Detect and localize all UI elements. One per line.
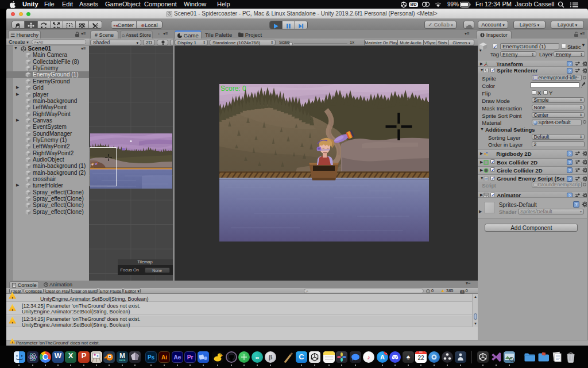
svg-text:c#: c# (485, 177, 488, 181)
svg-text:?: ? (568, 62, 571, 66)
svg-text:?: ? (568, 168, 571, 172)
svg-text:?: ? (568, 193, 571, 197)
svg-text:?: ? (568, 68, 571, 72)
svg-text:?: ? (568, 152, 571, 156)
svg-text:?: ? (568, 177, 571, 181)
svg-text:?: ? (575, 202, 577, 207)
svg-text:Score: 0: Score: 0 (220, 85, 246, 93)
svg-text:?: ? (568, 160, 571, 164)
